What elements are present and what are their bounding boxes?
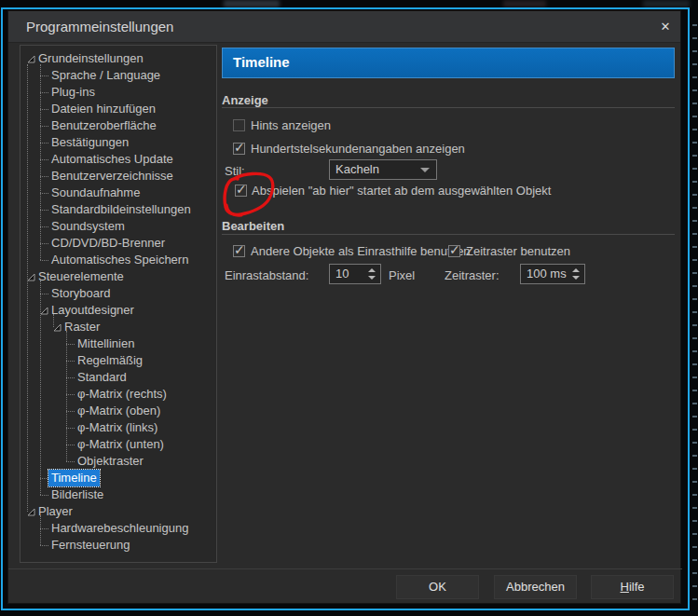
cancel-button[interactable]: Abbrechen: [494, 575, 577, 599]
tree-item-label[interactable]: Automatisches Speichern: [51, 252, 188, 268]
tree-item-label[interactable]: Layoutdesigner: [51, 302, 134, 319]
tree-item-label[interactable]: Sprache / Language: [51, 67, 160, 84]
tree-item-label[interactable]: Raster: [64, 319, 100, 335]
tree-item[interactable]: Timeline: [21, 470, 216, 486]
tree-item[interactable]: Grundeinstellungen: [21, 50, 216, 67]
expand-triangle-icon[interactable]: [53, 323, 62, 332]
tree-item-label[interactable]: Plug-ins: [51, 84, 95, 101]
tree-item-label[interactable]: Automatisches Update: [51, 151, 173, 168]
zeitraster-checkbox[interactable]: ✓: [448, 245, 460, 257]
tree-item[interactable]: φ-Matrix (oben): [21, 403, 216, 419]
tree-item[interactable]: Sprache / Language: [21, 67, 216, 84]
chevron-down-icon: [420, 168, 430, 172]
tree-connector-line: [40, 545, 48, 546]
tree-item-label[interactable]: CD/DVD/BD-Brenner: [51, 235, 165, 252]
tree-item[interactable]: Hardwarebeschleunigung: [21, 520, 216, 537]
tree-item[interactable]: Dateien hinzufügen: [21, 101, 216, 117]
tree-item-label[interactable]: φ-Matrix (rechts): [77, 386, 167, 403]
tree-item-label[interactable]: Mittellinien: [77, 335, 134, 352]
tree-item-label[interactable]: Storyboard: [51, 285, 111, 302]
programmeinstellungen-dialog: Programmeinstellungen ✕ Grundeinstellung…: [7, 10, 681, 604]
tree-item-label[interactable]: Soundsystem: [51, 218, 125, 235]
expand-triangle-icon[interactable]: [27, 273, 35, 281]
expand-triangle-icon[interactable]: [27, 55, 35, 63]
abspielen-checkbox[interactable]: ✓: [235, 185, 247, 197]
tree-item[interactable]: Standardbildeinstellungen: [21, 201, 216, 218]
tree-item[interactable]: Bilderliste: [21, 486, 216, 503]
section-bearbeiten-title: Bearbeiten: [222, 219, 284, 233]
tree-item-label[interactable]: Player: [38, 503, 73, 520]
tree-connector-line: [40, 478, 48, 479]
titlebar[interactable]: Programmeinstellungen ✕: [8, 11, 680, 43]
tree-item-label[interactable]: Standardbildeinstellungen: [51, 201, 191, 218]
section-anzeige-title: Anzeige: [222, 93, 268, 107]
hundertstel-checkbox[interactable]: ✓: [233, 143, 245, 155]
expand-triangle-icon[interactable]: [27, 508, 35, 516]
tree-item-label[interactable]: φ-Matrix (oben): [77, 403, 160, 419]
tree-connector-line: [40, 159, 48, 160]
tree-item[interactable]: Regelmäßig: [21, 352, 216, 369]
zeitraster-value-label: Zeitraster:: [445, 268, 500, 282]
einrastabstand-label: Einrastabstand:: [225, 268, 308, 282]
tree-item-label[interactable]: Benutzeroberfläche: [51, 117, 157, 134]
help-button[interactable]: Hilfe: [591, 575, 674, 599]
tree-item[interactable]: φ-Matrix (unten): [21, 436, 216, 453]
einrasthilfe-checkbox[interactable]: ✓: [233, 245, 245, 257]
page-header-title: Timeline: [223, 48, 674, 76]
tree-item[interactable]: Layoutdesigner: [21, 302, 216, 319]
tree-item[interactable]: Bestätigungen: [21, 134, 216, 151]
tree-item-label[interactable]: Grundeinstellungen: [38, 50, 144, 67]
tree-item[interactable]: Benutzerverzeichnisse: [21, 168, 216, 185]
stepper-arrows-icon[interactable]: [368, 267, 376, 281]
tree-item-label[interactable]: Regelmäßig: [77, 352, 143, 369]
tree-item[interactable]: Plug-ins: [21, 84, 216, 101]
tree-item-label[interactable]: Standard: [77, 369, 127, 386]
tree-connector-line: [40, 92, 48, 93]
tree-item[interactable]: Automatisches Update: [21, 151, 216, 168]
tree-connector-line: [40, 528, 48, 529]
tree-item[interactable]: CD/DVD/BD-Brenner: [21, 235, 216, 252]
tree-item[interactable]: Steuerelemente: [21, 268, 216, 285]
tree-item[interactable]: Storyboard: [21, 285, 216, 302]
tree-item[interactable]: Soundaufnahme: [21, 185, 216, 201]
tree-item[interactable]: Soundsystem: [21, 218, 216, 235]
tree-item-label[interactable]: Steuerelemente: [38, 268, 124, 285]
tree-connector-line: [66, 344, 75, 345]
tree-connector-line: [66, 377, 75, 378]
tree-item-label[interactable]: Objektraster: [77, 453, 144, 470]
zeitraster-stepper[interactable]: 100 ms: [520, 264, 585, 284]
tree-connector-line: [40, 226, 48, 227]
tree-item-label[interactable]: Benutzerverzeichnisse: [51, 168, 173, 185]
tree-item[interactable]: φ-Matrix (rechts): [21, 386, 216, 403]
abspielen-checkbox-label: Abspielen "ab hier" startet ab dem ausge…: [252, 184, 551, 198]
tree-item-label[interactable]: Dateien hinzufügen: [51, 101, 156, 117]
tree-item-label[interactable]: φ-Matrix (links): [77, 419, 157, 436]
zeitraster-checkbox-label: Zeitraster benutzen: [466, 244, 570, 258]
tree-item-label[interactable]: Bilderliste: [51, 486, 103, 503]
tree-connector-line: [66, 428, 75, 429]
tree-item[interactable]: Benutzeroberfläche: [21, 117, 216, 134]
einrastabstand-stepper[interactable]: 10: [329, 264, 381, 284]
tree-item[interactable]: Fernsteuerung: [21, 537, 216, 554]
stepper-arrows-icon[interactable]: [572, 267, 581, 281]
tree-item-label[interactable]: Soundaufnahme: [51, 185, 140, 201]
tree-item-label[interactable]: Hardwarebeschleunigung: [51, 520, 188, 537]
page-header: Timeline: [222, 48, 675, 78]
tree-item[interactable]: Player: [21, 503, 216, 520]
ok-button[interactable]: OK: [396, 575, 479, 599]
tree-item-label[interactable]: Bestätigungen: [51, 134, 129, 151]
tree-item-label[interactable]: φ-Matrix (unten): [77, 436, 164, 453]
tree-item[interactable]: Objektraster: [21, 453, 216, 470]
tree-item-label[interactable]: Fernsteuerung: [51, 537, 130, 554]
tree-item[interactable]: φ-Matrix (links): [21, 419, 216, 436]
stil-dropdown[interactable]: Kacheln: [329, 159, 437, 180]
tree-item[interactable]: Raster: [21, 319, 216, 335]
expand-triangle-icon[interactable]: [40, 307, 48, 315]
tree-item[interactable]: Automatisches Speichern: [21, 252, 216, 268]
tree-item[interactable]: Standard: [21, 369, 216, 386]
tree-item-label-selected[interactable]: Timeline: [48, 470, 100, 486]
settings-tree-panel[interactable]: GrundeinstellungenSprache / LanguagePlug…: [20, 45, 217, 563]
hints-checkbox[interactable]: ✓: [233, 119, 245, 131]
tree-item[interactable]: Mittellinien: [21, 335, 216, 352]
close-icon[interactable]: ✕: [655, 18, 676, 36]
